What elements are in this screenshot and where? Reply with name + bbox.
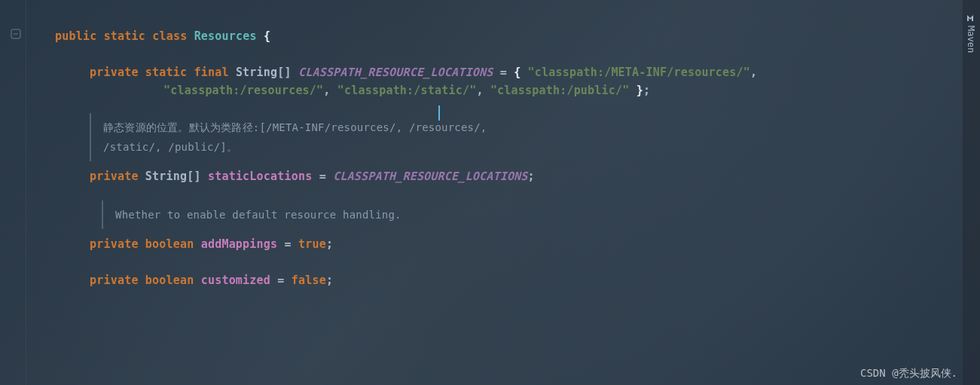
doc-comment: Whether to enable default resource handl… — [102, 200, 961, 229]
code-line: private boolean addMappings = true; — [26, 235, 961, 253]
watermark-text: CSDN @秃头披风侠. — [860, 367, 957, 380]
code-line: private static final String[] CLASSPATH_… — [26, 63, 961, 81]
fold-marker-icon[interactable] — [11, 29, 21, 39]
maven-tool-button[interactable]: Maven — [962, 9, 980, 57]
maven-icon — [966, 14, 975, 23]
text-cursor — [438, 105, 440, 121]
code-editor[interactable]: public static class Resources { private … — [26, 0, 961, 385]
doc-comment: 静态资源的位置。默认为类路径:[/META-INF/resources/, /r… — [90, 113, 572, 161]
code-line: "classpath:/resources/", "classpath:/sta… — [26, 81, 961, 99]
tool-window-stripe: Maven — [962, 0, 980, 385]
editor-gutter — [0, 0, 26, 385]
code-line: private String[] staticLocations = CLASS… — [26, 167, 961, 185]
maven-label: Maven — [966, 26, 976, 53]
code-line: private boolean customized = false; — [26, 271, 961, 289]
code-line: public static class Resources { — [26, 27, 961, 45]
